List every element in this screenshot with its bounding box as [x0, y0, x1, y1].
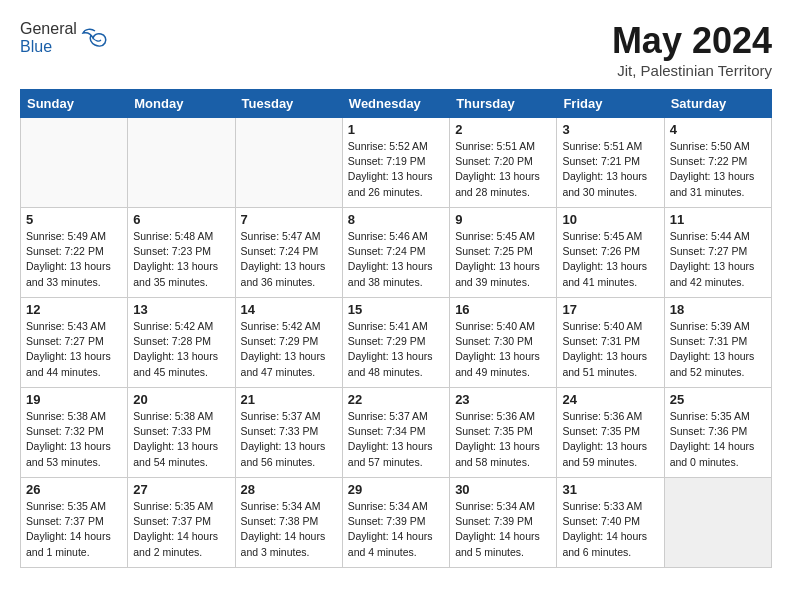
day-number: 28	[241, 482, 337, 497]
day-number: 15	[348, 302, 444, 317]
location-text: Jit, Palestinian Territory	[612, 62, 772, 79]
cell-info: Sunrise: 5:42 AM Sunset: 7:28 PM Dayligh…	[133, 319, 229, 380]
day-number: 5	[26, 212, 122, 227]
cell-info: Sunrise: 5:35 AM Sunset: 7:37 PM Dayligh…	[133, 499, 229, 560]
day-number: 24	[562, 392, 658, 407]
day-number: 29	[348, 482, 444, 497]
day-number: 23	[455, 392, 551, 407]
cell-info: Sunrise: 5:36 AM Sunset: 7:35 PM Dayligh…	[455, 409, 551, 470]
calendar-cell: 18Sunrise: 5:39 AM Sunset: 7:31 PM Dayli…	[664, 298, 771, 388]
day-number: 21	[241, 392, 337, 407]
cell-info: Sunrise: 5:35 AM Sunset: 7:36 PM Dayligh…	[670, 409, 766, 470]
cell-info: Sunrise: 5:33 AM Sunset: 7:40 PM Dayligh…	[562, 499, 658, 560]
cell-info: Sunrise: 5:37 AM Sunset: 7:33 PM Dayligh…	[241, 409, 337, 470]
calendar-cell: 15Sunrise: 5:41 AM Sunset: 7:29 PM Dayli…	[342, 298, 449, 388]
calendar-week-row: 5Sunrise: 5:49 AM Sunset: 7:22 PM Daylig…	[21, 208, 772, 298]
calendar-cell	[664, 478, 771, 568]
calendar-cell: 5Sunrise: 5:49 AM Sunset: 7:22 PM Daylig…	[21, 208, 128, 298]
day-number: 19	[26, 392, 122, 407]
calendar-cell: 6Sunrise: 5:48 AM Sunset: 7:23 PM Daylig…	[128, 208, 235, 298]
calendar-cell: 2Sunrise: 5:51 AM Sunset: 7:20 PM Daylig…	[450, 118, 557, 208]
calendar-cell: 26Sunrise: 5:35 AM Sunset: 7:37 PM Dayli…	[21, 478, 128, 568]
day-number: 22	[348, 392, 444, 407]
day-number: 3	[562, 122, 658, 137]
weekday-header-friday: Friday	[557, 90, 664, 118]
title-block: May 2024 Jit, Palestinian Territory	[612, 20, 772, 79]
calendar-cell: 13Sunrise: 5:42 AM Sunset: 7:28 PM Dayli…	[128, 298, 235, 388]
weekday-header-wednesday: Wednesday	[342, 90, 449, 118]
calendar-cell: 1Sunrise: 5:52 AM Sunset: 7:19 PM Daylig…	[342, 118, 449, 208]
cell-info: Sunrise: 5:39 AM Sunset: 7:31 PM Dayligh…	[670, 319, 766, 380]
weekday-header-tuesday: Tuesday	[235, 90, 342, 118]
day-number: 12	[26, 302, 122, 317]
calendar-cell: 14Sunrise: 5:42 AM Sunset: 7:29 PM Dayli…	[235, 298, 342, 388]
cell-info: Sunrise: 5:37 AM Sunset: 7:34 PM Dayligh…	[348, 409, 444, 470]
day-number: 11	[670, 212, 766, 227]
calendar-cell: 22Sunrise: 5:37 AM Sunset: 7:34 PM Dayli…	[342, 388, 449, 478]
calendar-cell: 11Sunrise: 5:44 AM Sunset: 7:27 PM Dayli…	[664, 208, 771, 298]
cell-info: Sunrise: 5:49 AM Sunset: 7:22 PM Dayligh…	[26, 229, 122, 290]
weekday-header-monday: Monday	[128, 90, 235, 118]
cell-info: Sunrise: 5:46 AM Sunset: 7:24 PM Dayligh…	[348, 229, 444, 290]
day-number: 31	[562, 482, 658, 497]
day-number: 27	[133, 482, 229, 497]
day-number: 6	[133, 212, 229, 227]
cell-info: Sunrise: 5:50 AM Sunset: 7:22 PM Dayligh…	[670, 139, 766, 200]
day-number: 30	[455, 482, 551, 497]
calendar-cell	[21, 118, 128, 208]
month-title: May 2024	[612, 20, 772, 62]
calendar-cell	[235, 118, 342, 208]
logo-general-text: General	[20, 20, 77, 37]
calendar-cell: 16Sunrise: 5:40 AM Sunset: 7:30 PM Dayli…	[450, 298, 557, 388]
day-number: 18	[670, 302, 766, 317]
weekday-header-row: SundayMondayTuesdayWednesdayThursdayFrid…	[21, 90, 772, 118]
cell-info: Sunrise: 5:43 AM Sunset: 7:27 PM Dayligh…	[26, 319, 122, 380]
cell-info: Sunrise: 5:34 AM Sunset: 7:38 PM Dayligh…	[241, 499, 337, 560]
logo-blue-text: Blue	[20, 38, 52, 55]
cell-info: Sunrise: 5:52 AM Sunset: 7:19 PM Dayligh…	[348, 139, 444, 200]
calendar-cell: 30Sunrise: 5:34 AM Sunset: 7:39 PM Dayli…	[450, 478, 557, 568]
day-number: 8	[348, 212, 444, 227]
day-number: 7	[241, 212, 337, 227]
cell-info: Sunrise: 5:45 AM Sunset: 7:26 PM Dayligh…	[562, 229, 658, 290]
weekday-header-thursday: Thursday	[450, 90, 557, 118]
calendar-body: 1Sunrise: 5:52 AM Sunset: 7:19 PM Daylig…	[21, 118, 772, 568]
calendar-cell: 31Sunrise: 5:33 AM Sunset: 7:40 PM Dayli…	[557, 478, 664, 568]
calendar-cell: 7Sunrise: 5:47 AM Sunset: 7:24 PM Daylig…	[235, 208, 342, 298]
calendar-cell: 28Sunrise: 5:34 AM Sunset: 7:38 PM Dayli…	[235, 478, 342, 568]
cell-info: Sunrise: 5:45 AM Sunset: 7:25 PM Dayligh…	[455, 229, 551, 290]
day-number: 4	[670, 122, 766, 137]
cell-info: Sunrise: 5:42 AM Sunset: 7:29 PM Dayligh…	[241, 319, 337, 380]
day-number: 13	[133, 302, 229, 317]
day-number: 17	[562, 302, 658, 317]
calendar-cell: 12Sunrise: 5:43 AM Sunset: 7:27 PM Dayli…	[21, 298, 128, 388]
day-number: 9	[455, 212, 551, 227]
calendar-week-row: 26Sunrise: 5:35 AM Sunset: 7:37 PM Dayli…	[21, 478, 772, 568]
calendar-cell: 25Sunrise: 5:35 AM Sunset: 7:36 PM Dayli…	[664, 388, 771, 478]
day-number: 20	[133, 392, 229, 407]
day-number: 25	[670, 392, 766, 407]
cell-info: Sunrise: 5:35 AM Sunset: 7:37 PM Dayligh…	[26, 499, 122, 560]
calendar-week-row: 12Sunrise: 5:43 AM Sunset: 7:27 PM Dayli…	[21, 298, 772, 388]
calendar-cell: 3Sunrise: 5:51 AM Sunset: 7:21 PM Daylig…	[557, 118, 664, 208]
calendar-cell: 10Sunrise: 5:45 AM Sunset: 7:26 PM Dayli…	[557, 208, 664, 298]
calendar-cell: 20Sunrise: 5:38 AM Sunset: 7:33 PM Dayli…	[128, 388, 235, 478]
page-header: General Blue May 2024 Jit, Palestinian T…	[20, 20, 772, 79]
weekday-header-saturday: Saturday	[664, 90, 771, 118]
calendar-cell: 29Sunrise: 5:34 AM Sunset: 7:39 PM Dayli…	[342, 478, 449, 568]
day-number: 2	[455, 122, 551, 137]
calendar-table: SundayMondayTuesdayWednesdayThursdayFrid…	[20, 89, 772, 568]
calendar-cell: 9Sunrise: 5:45 AM Sunset: 7:25 PM Daylig…	[450, 208, 557, 298]
calendar-cell: 17Sunrise: 5:40 AM Sunset: 7:31 PM Dayli…	[557, 298, 664, 388]
cell-info: Sunrise: 5:41 AM Sunset: 7:29 PM Dayligh…	[348, 319, 444, 380]
calendar-cell: 27Sunrise: 5:35 AM Sunset: 7:37 PM Dayli…	[128, 478, 235, 568]
calendar-cell: 19Sunrise: 5:38 AM Sunset: 7:32 PM Dayli…	[21, 388, 128, 478]
cell-info: Sunrise: 5:40 AM Sunset: 7:31 PM Dayligh…	[562, 319, 658, 380]
logo-bird-icon	[81, 27, 109, 49]
day-number: 16	[455, 302, 551, 317]
cell-info: Sunrise: 5:38 AM Sunset: 7:32 PM Dayligh…	[26, 409, 122, 470]
cell-info: Sunrise: 5:48 AM Sunset: 7:23 PM Dayligh…	[133, 229, 229, 290]
cell-info: Sunrise: 5:40 AM Sunset: 7:30 PM Dayligh…	[455, 319, 551, 380]
calendar-cell: 24Sunrise: 5:36 AM Sunset: 7:35 PM Dayli…	[557, 388, 664, 478]
cell-info: Sunrise: 5:51 AM Sunset: 7:21 PM Dayligh…	[562, 139, 658, 200]
